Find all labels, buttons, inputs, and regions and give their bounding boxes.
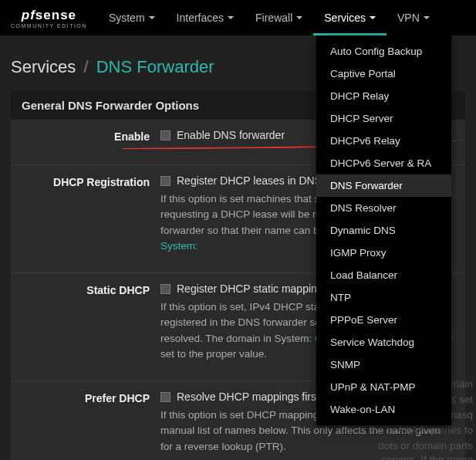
checkbox-dhcp-reg[interactable] (160, 176, 170, 186)
label-dhcp-reg: DHCP Registration (22, 174, 160, 254)
dropdown-item-load-balancer[interactable]: Load Balancer (316, 264, 451, 286)
checkbox-label-prefer-dhcp: Resolve DHCP mappings first (177, 391, 319, 403)
dropdown-item-pppoe-server[interactable]: PPPoE Server (316, 309, 451, 331)
dropdown-item-upnp-nat-pmp[interactable]: UPnP & NAT-PMP (316, 376, 451, 398)
dropdown-item-dns-forwarder[interactable]: DNS Forwarder (316, 174, 451, 197)
navbar: pfsense COMMUNITY EDITION System Interfa… (0, 0, 476, 36)
logo-subtitle: COMMUNITY EDITION (11, 23, 87, 29)
dropdown-item-igmp-proxy[interactable]: IGMP Proxy (316, 242, 451, 264)
checkbox-prefer-dhcp[interactable] (160, 392, 170, 402)
logo-text: pfsense (22, 8, 76, 23)
checkbox-label-enable: Enable DNS forwarder (177, 129, 285, 141)
caret-down-icon (296, 16, 302, 19)
dropdown-item-service-watchdog[interactable]: Service Watchdog (316, 331, 451, 353)
nav-vpn[interactable]: VPN (387, 0, 441, 36)
dropdown-item-captive-portal[interactable]: Captive Portal (316, 63, 451, 85)
nav-label: VPN (397, 12, 420, 24)
dropdown-item-ntp[interactable]: NTP (316, 286, 451, 309)
nav-label: Interfaces (177, 12, 224, 24)
dropdown-item-auto-config-backup[interactable]: Auto Config Backup (316, 40, 451, 63)
dropdown-item-snmp[interactable]: SNMP (316, 353, 451, 376)
nav-services[interactable]: Services (313, 0, 387, 36)
dropdown-item-dhcpv6-relay[interactable]: DHCPv6 Relay (316, 130, 451, 152)
dropdown-item-wake-on-lan[interactable]: Wake-on-LAN (316, 398, 451, 421)
caret-down-icon (149, 16, 155, 19)
checkbox-enable[interactable] (160, 130, 170, 140)
label-prefer-dhcp: Prefer DHCP (22, 391, 160, 455)
ghost-text: or AAAA queries fo (386, 423, 473, 438)
nav-firewall[interactable]: Firewall (245, 0, 313, 36)
breadcrumb-current: DNS Forwarder (96, 57, 214, 76)
nav-label: Firewall (255, 12, 292, 24)
dropdown-item-dns-resolver[interactable]: DNS Resolver (316, 197, 451, 219)
checkbox-static-dhcp[interactable] (160, 284, 170, 294)
logo[interactable]: pfsense COMMUNITY EDITION (0, 8, 98, 29)
link-system[interactable]: System: (160, 240, 198, 252)
dropdown-item-dynamic-dns[interactable]: Dynamic DNS (316, 219, 451, 242)
nav-label: System (109, 12, 145, 24)
nav-label: Services (324, 12, 366, 24)
caret-down-icon (424, 16, 430, 19)
ghost-text: servers. If the name (381, 452, 473, 460)
nav-interfaces[interactable]: Interfaces (166, 0, 245, 36)
caret-down-icon (228, 16, 234, 19)
label-static-dhcp: Static DHCP (22, 282, 160, 362)
nav-items: System Interfaces Firewall Services VPN (98, 0, 441, 36)
breadcrumb-root[interactable]: Services (11, 57, 76, 76)
services-dropdown: Auto Config BackupCaptive PortalDHCP Rel… (316, 36, 451, 425)
dropdown-item-dhcpv6-server-ra[interactable]: DHCPv6 Server & RA (316, 152, 451, 174)
caret-down-icon (370, 16, 376, 19)
breadcrumb-sep: / (83, 57, 88, 76)
dropdown-item-dhcp-relay[interactable]: DHCP Relay (316, 85, 451, 107)
nav-system[interactable]: System (98, 0, 166, 36)
dropdown-item-dhcp-server[interactable]: DHCP Server (316, 107, 451, 130)
